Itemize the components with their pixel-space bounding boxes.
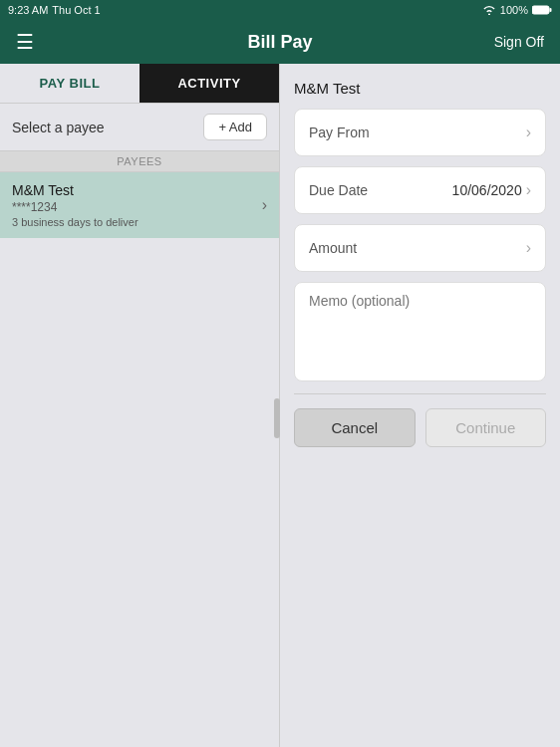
battery-icon (532, 5, 552, 15)
memo-box[interactable] (294, 282, 546, 381)
payee-list-item[interactable]: M&M Test ****1234 3 business days to del… (0, 172, 279, 238)
payee-name: M&M Test (12, 182, 139, 198)
due-date-chevron-icon: › (526, 181, 531, 199)
payee-account: ****1234 (12, 200, 139, 214)
payee-info: M&M Test ****1234 3 business days to del… (12, 182, 139, 228)
payee-chevron-icon: › (262, 196, 267, 214)
svg-rect-1 (550, 8, 552, 12)
main-layout: PAY BILL ACTIVITY Select a payee + Add P… (0, 64, 560, 747)
status-right: 100% (482, 4, 552, 16)
pay-from-row[interactable]: Pay From › (294, 109, 546, 156)
wifi-icon (482, 5, 496, 15)
app-header: ☰ Bill Pay Sign Off (0, 20, 560, 64)
cancel-button[interactable]: Cancel (294, 408, 416, 447)
selected-payee-title: M&M Test (294, 80, 546, 97)
pay-from-label: Pay From (309, 124, 370, 140)
scroll-indicator (274, 398, 280, 438)
app-title: Bill Pay (247, 32, 312, 53)
payees-section-header: PAYEES (0, 150, 279, 172)
select-payee-label: Select a payee (12, 120, 105, 135)
memo-input[interactable] (309, 293, 531, 371)
amount-chevron-icon: › (526, 239, 531, 257)
battery-percentage: 100% (500, 4, 528, 16)
svg-rect-0 (532, 6, 549, 14)
due-date-value-group: 10/06/2020 › (452, 181, 531, 199)
payee-delivery: 3 business days to deliver (12, 216, 139, 228)
amount-row[interactable]: Amount › (294, 224, 546, 272)
status-time: 9:23 AM (8, 4, 48, 16)
due-date-value: 10/06/2020 (452, 182, 522, 198)
tab-bar: PAY BILL ACTIVITY (0, 64, 279, 104)
tab-pay-bill[interactable]: PAY BILL (0, 64, 140, 103)
sign-off-button[interactable]: Sign Off (494, 34, 544, 50)
action-buttons: Cancel Continue (294, 408, 546, 447)
tab-activity[interactable]: ACTIVITY (140, 64, 279, 103)
right-panel: M&M Test Pay From › Due Date 10/06/2020 … (280, 64, 560, 747)
status-left: 9:23 AM Thu Oct 1 (8, 4, 101, 16)
status-day: Thu Oct 1 (52, 4, 100, 16)
status-bar: 9:23 AM Thu Oct 1 100% (0, 0, 560, 20)
add-payee-button[interactable]: + Add (203, 114, 267, 140)
amount-label: Amount (309, 240, 357, 256)
continue-button[interactable]: Continue (425, 408, 547, 447)
select-payee-row: Select a payee + Add (0, 104, 279, 150)
menu-button[interactable]: ☰ (16, 32, 34, 52)
due-date-row[interactable]: Due Date 10/06/2020 › (294, 166, 546, 214)
due-date-label: Due Date (309, 182, 368, 198)
pay-from-chevron-icon: › (526, 124, 531, 141)
divider (294, 393, 546, 394)
left-panel: PAY BILL ACTIVITY Select a payee + Add P… (0, 64, 280, 747)
